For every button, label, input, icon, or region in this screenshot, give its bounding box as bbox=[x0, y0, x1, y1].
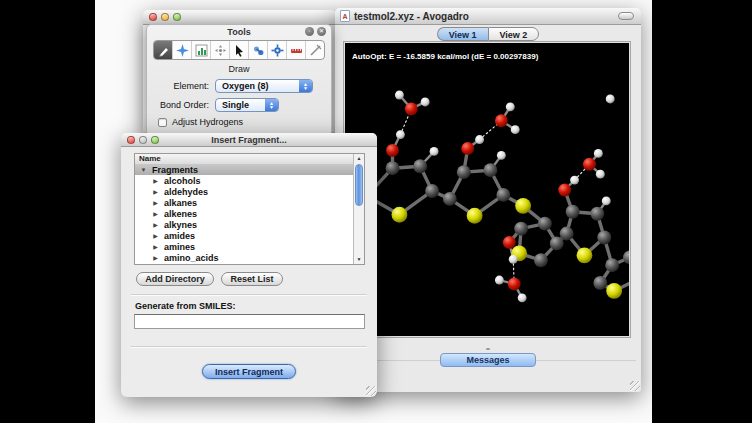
c-atom bbox=[550, 237, 564, 251]
navigate-icon bbox=[176, 44, 189, 57]
splitter-handle[interactable] bbox=[486, 348, 490, 350]
molecule-viewport[interactable]: AutoOpt: E = -16.5859 kcal/mol (dE = 0.0… bbox=[345, 43, 629, 336]
disclosure-triangle-icon[interactable]: ▶ bbox=[152, 210, 159, 217]
s-atom bbox=[392, 207, 408, 223]
list-item[interactable]: ▶amino_acids bbox=[135, 252, 353, 263]
reset-list-button[interactable]: Reset List bbox=[221, 272, 283, 286]
tab-view-2[interactable]: View 2 bbox=[488, 27, 540, 41]
autoopt-status-text: AutoOpt: E = -16.5859 kcal/mol (dE = 0.0… bbox=[352, 52, 538, 61]
cursor-icon bbox=[233, 44, 246, 57]
stepper-arrows-icon: ▲▼ bbox=[299, 80, 312, 92]
disclosure-triangle-icon[interactable]: ▶ bbox=[152, 232, 159, 239]
disclosure-triangle-icon[interactable]: ▶ bbox=[152, 254, 159, 261]
list-item[interactable]: ▶alkynes bbox=[135, 219, 353, 230]
scrollbar-thumb[interactable] bbox=[355, 164, 363, 206]
h-atom bbox=[430, 147, 439, 156]
element-value: Oxygen (8) bbox=[216, 80, 299, 92]
list-item[interactable]: ▶aldehydes bbox=[135, 186, 353, 197]
element-label: Element: bbox=[147, 81, 209, 91]
tools-toolbar bbox=[153, 40, 325, 60]
disclosure-triangle-icon[interactable]: ▼ bbox=[140, 167, 147, 173]
align-tool-button[interactable] bbox=[306, 41, 324, 59]
draw-tool-button[interactable] bbox=[154, 41, 173, 59]
c-atom bbox=[605, 258, 619, 272]
c-atom bbox=[538, 217, 552, 231]
disclosure-triangle-icon[interactable]: ▶ bbox=[152, 221, 159, 228]
auto-optimize-tool-button[interactable] bbox=[268, 41, 287, 59]
close-icon[interactable]: ✕ bbox=[317, 27, 326, 36]
list-item[interactable]: ▶alcohols bbox=[135, 175, 353, 186]
close-button[interactable] bbox=[149, 13, 157, 21]
manipulate-tool-button[interactable] bbox=[211, 41, 230, 59]
disclosure-triangle-icon[interactable]: ▶ bbox=[152, 188, 159, 195]
o-atom bbox=[495, 114, 508, 127]
list-item[interactable]: ▼Fragments bbox=[135, 164, 353, 175]
c-atom bbox=[560, 227, 574, 241]
dialog-title: Insert Fragment... bbox=[121, 135, 377, 145]
disclosure-triangle-icon[interactable]: ▶ bbox=[152, 243, 159, 250]
c-atom bbox=[443, 192, 457, 206]
scroll-down-icon[interactable]: ▼ bbox=[354, 255, 364, 264]
main-titlebar[interactable]: A testmol2.xyz - Avogadro bbox=[335, 8, 641, 25]
messages-button[interactable]: Messages bbox=[440, 353, 536, 367]
o-atom bbox=[583, 158, 596, 171]
minimize-button[interactable] bbox=[161, 13, 169, 21]
insert-fragment-button[interactable]: Insert Fragment bbox=[202, 364, 296, 379]
add-directory-button[interactable]: Add Directory bbox=[136, 272, 214, 286]
c-atom bbox=[484, 163, 498, 177]
smiles-input[interactable] bbox=[134, 314, 365, 329]
h-atom bbox=[395, 91, 404, 100]
zoom-button[interactable] bbox=[173, 13, 181, 21]
scroll-up-icon[interactable]: ▲ bbox=[354, 154, 364, 163]
o-atom bbox=[386, 144, 399, 157]
bond-centric-tool-button[interactable] bbox=[192, 41, 211, 59]
c-atom bbox=[593, 276, 607, 290]
o-atom bbox=[558, 184, 571, 197]
disclosure-triangle-icon[interactable]: ▶ bbox=[152, 177, 159, 184]
s-atom bbox=[467, 208, 483, 224]
molecule-render bbox=[345, 43, 629, 336]
bond-order-select[interactable]: Single ▲▼ bbox=[215, 98, 279, 112]
toolbar-toggle-button[interactable] bbox=[618, 12, 634, 20]
list-item[interactable]: ▶amines bbox=[135, 241, 353, 252]
measure-tool-button[interactable] bbox=[287, 41, 306, 59]
tools-title: Tools bbox=[147, 27, 331, 37]
h-atom bbox=[594, 149, 603, 158]
h-atom bbox=[596, 170, 605, 179]
tab-view-1[interactable]: View 1 bbox=[437, 27, 488, 41]
float-button[interactable]: ◦ bbox=[305, 27, 314, 36]
active-tool-name: Draw bbox=[147, 64, 331, 74]
stepper-arrows-icon: ▲▼ bbox=[265, 99, 278, 111]
resize-grip[interactable] bbox=[630, 381, 640, 391]
divider bbox=[131, 294, 367, 296]
list-item[interactable]: ▶alkenes bbox=[135, 208, 353, 219]
adjust-hydrogens-checkbox[interactable] bbox=[158, 118, 167, 127]
list-item[interactable]: ▶alkanes bbox=[135, 197, 353, 208]
o-atom bbox=[405, 102, 418, 115]
h-atom bbox=[602, 196, 611, 205]
c-atom bbox=[566, 205, 580, 219]
list-item[interactable]: ▶amides bbox=[135, 230, 353, 241]
list-scrollbar[interactable]: ▲ ▼ bbox=[353, 154, 364, 264]
fragment-titlebar[interactable]: Insert Fragment... bbox=[121, 133, 377, 147]
h-atom bbox=[511, 125, 520, 134]
s-atom bbox=[577, 247, 593, 263]
background-window-titlebar[interactable] bbox=[143, 10, 336, 25]
h-atom bbox=[570, 176, 579, 185]
o-atom bbox=[461, 142, 474, 155]
h-atom bbox=[421, 97, 430, 106]
element-select[interactable]: Oxygen (8) ▲▼ bbox=[215, 79, 313, 93]
window-title: testmol2.xyz - Avogadro bbox=[354, 11, 469, 22]
insert-fragment-dialog: Insert Fragment... Name ▼Fragments▶alcoh… bbox=[121, 133, 377, 397]
tools-titlebar[interactable]: Tools ◦ ✕ bbox=[147, 25, 331, 38]
resize-grip[interactable] bbox=[366, 386, 376, 396]
c-atom bbox=[457, 165, 471, 179]
disclosure-triangle-icon[interactable]: ▶ bbox=[152, 199, 159, 206]
pencil-icon bbox=[157, 44, 170, 57]
navigate-tool-button[interactable] bbox=[173, 41, 192, 59]
h-atom bbox=[475, 135, 484, 144]
c-atom bbox=[597, 231, 611, 245]
selection-tool-button[interactable] bbox=[230, 41, 249, 59]
auto-rotate-tool-button[interactable] bbox=[249, 41, 268, 59]
c-atom bbox=[534, 253, 548, 267]
